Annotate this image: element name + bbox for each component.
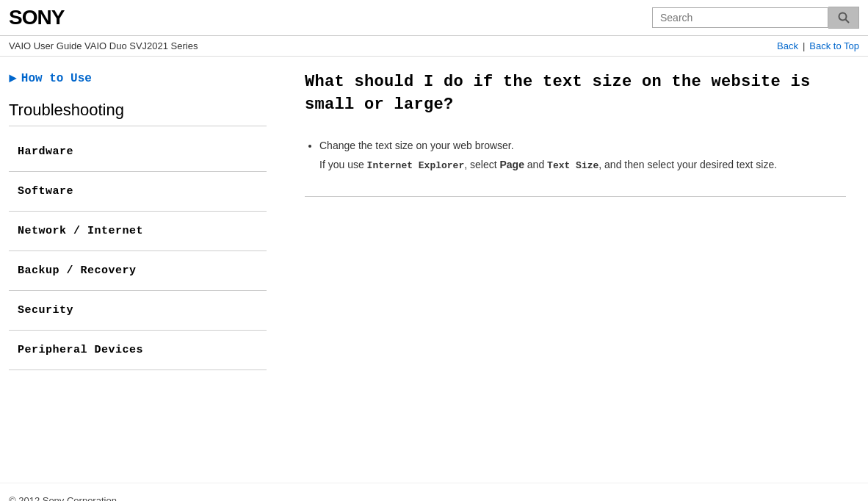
sub-prefix: If you use [319,159,367,170]
troubleshooting-heading: Troubleshooting [9,101,267,126]
sub-mid: , select [464,159,499,170]
bullet-main-text: Change the text size on your web browser… [319,140,514,151]
page-header: SONY [0,0,868,36]
list-item-1: Change the text size on your web browser… [319,137,846,174]
how-to-use-label: How to Use [21,72,92,85]
main-layout: ► How to Use Troubleshooting Hardware So… [0,57,868,468]
content-divider [305,196,846,197]
breadcrumb: VAIO User Guide VAIO Duo SVJ2021 Series [9,40,198,51]
sidebar-item-backup-recovery[interactable]: Backup / Recovery [9,251,267,291]
bullet-sub-text: If you use Internet Explorer, select Pag… [319,156,846,174]
footer: © 2012 Sony Corporation [0,483,868,501]
sidebar-item-security[interactable]: Security [9,291,267,331]
copyright-text: © 2012 Sony Corporation [9,495,117,501]
sidebar-item-peripheral-devices[interactable]: Peripheral Devices [9,331,267,370]
back-to-top-link[interactable]: Back to Top [809,40,859,51]
article-title: What should I do if the text size on the… [305,71,846,117]
page-bold: Page [499,159,524,170]
back-link[interactable]: Back [777,40,798,51]
sidebar: ► How to Use Troubleshooting Hardware So… [0,57,275,468]
how-to-use-link[interactable]: ► How to Use [9,71,267,86]
search-icon [838,12,850,24]
arrow-right-icon: ► [9,71,17,86]
nav-bar: VAIO User Guide VAIO Duo SVJ2021 Series … [0,36,868,57]
nav-links: Back | Back to Top [777,40,859,51]
search-area [652,7,859,29]
svg-point-0 [839,13,846,21]
sidebar-item-software[interactable]: Software [9,172,267,212]
sub-end: , and then select your desired text size… [598,159,777,170]
text-size-code: Text Size [547,160,598,171]
sidebar-item-hardware[interactable]: Hardware [9,132,267,172]
sony-logo: SONY [9,6,64,29]
content-area: What should I do if the text size on the… [275,57,868,468]
content-list: Change the text size on your web browser… [305,137,846,174]
search-button[interactable] [828,7,859,29]
sub-mid2: and [524,159,547,170]
sidebar-item-network-internet[interactable]: Network / Internet [9,212,267,251]
search-input[interactable] [652,7,828,28]
internet-explorer-code: Internet Explorer [367,160,465,171]
nav-separator: | [803,40,805,51]
svg-line-1 [845,20,849,24]
